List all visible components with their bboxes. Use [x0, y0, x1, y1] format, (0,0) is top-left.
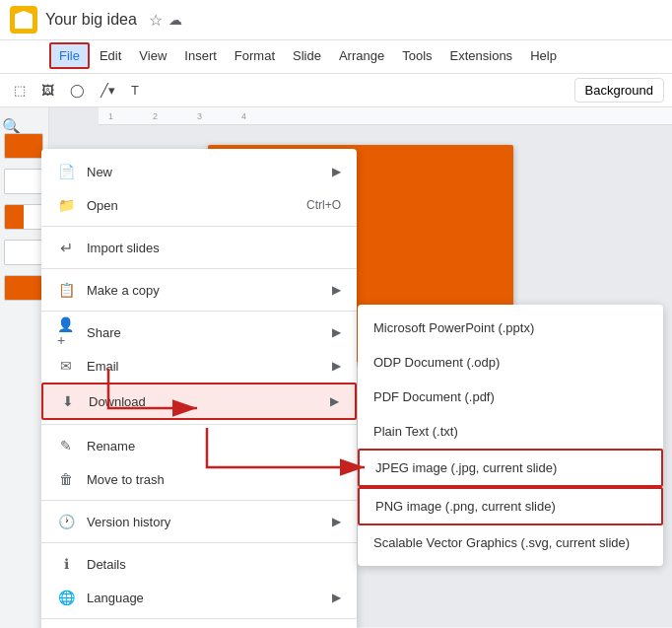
menu-item-open[interactable]: 📁 Open Ctrl+O — [41, 188, 357, 222]
divider-2 — [41, 268, 357, 269]
email-icon: ✉ — [57, 357, 75, 375]
title-icons — [149, 11, 182, 30]
slide-thumb-1[interactable]: 1 — [4, 133, 43, 159]
menu-item-version[interactable]: 🕐 Version history ▶ — [41, 505, 357, 538]
language-icon: 🌐 — [57, 589, 75, 606]
menu-item-copy[interactable]: 📋 Make a copy ▶ — [41, 273, 357, 307]
email-arrow: ▶ — [332, 359, 341, 373]
menu-item-new[interactable]: 📄 New ▶ — [41, 155, 357, 188]
submenu-pdf[interactable]: PDF Document (.pdf) — [358, 380, 663, 414]
toolbar: ⬚ 🖼 ◯ ╱▾ T Background — [0, 74, 672, 107]
slide-thumb-4[interactable]: 4 — [4, 240, 43, 265]
menu-item-pagesetup[interactable]: 📄 Page setup — [41, 623, 357, 628]
copy-icon: 📋 — [57, 281, 75, 299]
menu-file[interactable]: File — [49, 42, 90, 69]
submenu-jpg[interactable]: JPEG image (.jpg, current slide) — [358, 449, 663, 487]
cloud-icon — [168, 12, 182, 28]
new-arrow: ▶ — [332, 165, 341, 178]
divider-1 — [41, 226, 357, 227]
submenu-txt[interactable]: Plain Text (.txt) — [358, 414, 663, 449]
toolbar-select[interactable]: ⬚ — [8, 79, 32, 102]
open-label: Open — [87, 198, 306, 213]
import-icon: ↵ — [57, 239, 75, 256]
share-label: Share — [87, 325, 324, 340]
copy-label: Make a copy — [87, 283, 324, 298]
menu-extensions[interactable]: Extensions — [442, 44, 521, 67]
menu-slide[interactable]: Slide — [285, 44, 329, 67]
menu-help[interactable]: Help — [522, 44, 565, 67]
submenu-odp[interactable]: ODP Document (.odp) — [358, 345, 663, 380]
slide-thumb-2[interactable]: 2 — [4, 169, 43, 194]
submenu-pptx[interactable]: Microsoft PowerPoint (.pptx) — [358, 311, 663, 345]
download-arrow: ▶ — [330, 394, 339, 408]
menu-item-details[interactable]: ℹ Details — [41, 547, 357, 581]
download-submenu: Microsoft PowerPoint (.pptx) ODP Documen… — [358, 305, 663, 566]
trash-icon: 🗑 — [57, 470, 75, 488]
version-arrow: ▶ — [332, 515, 341, 528]
app-icon — [10, 6, 37, 34]
document-title[interactable]: Your big idea — [45, 11, 137, 29]
details-label: Details — [87, 557, 341, 572]
toolbar-shapes[interactable]: ◯ — [64, 79, 91, 102]
menu-insert[interactable]: Insert — [176, 44, 225, 67]
menu-edit[interactable]: Edit — [92, 44, 129, 67]
menu-item-share[interactable]: 👤+ Share ▶ — [41, 315, 357, 349]
star-icon[interactable] — [149, 11, 163, 30]
background-button[interactable]: Background — [574, 78, 664, 103]
language-label: Language — [87, 591, 324, 605]
divider-5 — [41, 500, 357, 501]
arrow-1 — [89, 359, 207, 438]
menu-bar: File Edit View Insert Format Slide Arran… — [0, 40, 672, 74]
divider-3 — [41, 311, 357, 312]
menu-tools[interactable]: Tools — [394, 44, 439, 67]
share-arrow: ▶ — [332, 325, 341, 339]
slide-thumb-3[interactable]: 3 — [4, 204, 43, 230]
menu-format[interactable]: Format — [227, 44, 283, 67]
new-label: New — [87, 165, 324, 179]
submenu-png[interactable]: PNG image (.png, current slide) — [358, 487, 663, 525]
submenu-svg[interactable]: Scalable Vector Graphics (.svg, current … — [358, 525, 663, 560]
language-arrow: ▶ — [332, 591, 341, 604]
ruler-horizontal: 1 2 3 4 — [99, 107, 672, 125]
divider-6 — [41, 542, 357, 543]
arrow-2 — [197, 418, 374, 497]
slide-thumb-5[interactable]: 5 — [4, 275, 43, 301]
menu-item-language[interactable]: 🌐 Language ▶ — [41, 581, 357, 614]
open-icon: 📁 — [57, 196, 75, 214]
main-area: 🔍 1 2 3 4 5 1 2 3 4 Mak — [0, 107, 672, 627]
toolbar-line[interactable]: ╱▾ — [95, 79, 121, 102]
version-label: Version history — [87, 515, 324, 529]
menu-item-import[interactable]: ↵ Import slides — [41, 231, 357, 264]
menu-arrange[interactable]: Arrange — [331, 44, 392, 67]
menu-view[interactable]: View — [131, 44, 174, 67]
divider-7 — [41, 618, 357, 619]
top-bar: Your big idea — [0, 0, 672, 40]
open-shortcut: Ctrl+O — [306, 198, 341, 212]
new-icon: 📄 — [57, 163, 75, 180]
download-icon: ⬇ — [59, 392, 77, 410]
details-icon: ℹ — [57, 555, 75, 573]
toolbar-image[interactable]: 🖼 — [35, 79, 60, 102]
share-icon: 👤+ — [57, 323, 75, 341]
version-icon: 🕐 — [57, 513, 75, 530]
import-label: Import slides — [87, 241, 341, 255]
toolbar-text[interactable]: T — [125, 79, 145, 102]
copy-arrow: ▶ — [332, 283, 341, 297]
rename-icon: ✎ — [57, 437, 75, 454]
